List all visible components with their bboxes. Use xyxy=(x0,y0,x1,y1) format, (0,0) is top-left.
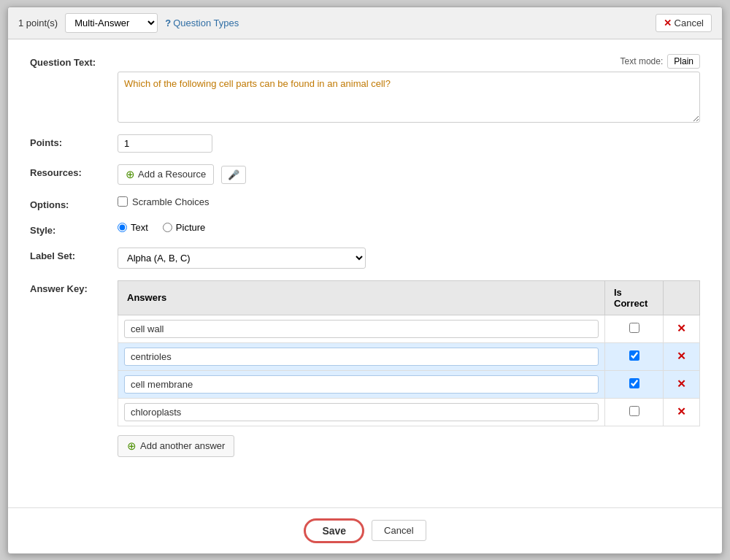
is-correct-cell-2 xyxy=(605,370,664,398)
style-content: Text Picture xyxy=(118,222,700,233)
options-label: Options: xyxy=(30,196,118,210)
col-delete xyxy=(664,280,700,315)
header-cancel-button[interactable]: ✕ Cancel xyxy=(656,14,712,32)
label-set-content: Alpha (A, B, C) Numeric (1, 2, 3) None xyxy=(118,248,700,269)
dialog-footer: Save Cancel xyxy=(8,507,722,553)
text-mode-button[interactable]: Plain xyxy=(667,54,700,69)
delete-cell-2: ✕ xyxy=(664,370,700,398)
answer-input-cell xyxy=(118,315,605,342)
dialog-header: 1 point(s) Multi-Answer Multiple Choice … xyxy=(8,7,722,39)
add-another-answer-button[interactable]: ⊕ Add another answer xyxy=(118,435,234,457)
table-row: ✕ xyxy=(118,398,700,426)
resources-row: Resources: ⊕ Add a Resource 🎤 xyxy=(30,164,700,185)
help-icon: ? xyxy=(165,18,171,28)
delete-cell-3: ✕ xyxy=(664,398,700,426)
question-text-content: Text mode: Plain Which of the following … xyxy=(118,54,700,123)
answer-input-cell xyxy=(118,370,605,398)
points-row: Points: xyxy=(30,134,700,153)
add-answer-plus-icon: ⊕ xyxy=(127,440,137,453)
answer-key-label: Answer Key: xyxy=(30,280,118,294)
dialog-body: Question Text: Text mode: Plain Which of… xyxy=(8,39,722,507)
mic-button[interactable]: 🎤 xyxy=(221,166,246,184)
style-picture-radio[interactable] xyxy=(163,223,172,232)
label-set-label: Label Set: xyxy=(30,248,118,261)
style-options: Text Picture xyxy=(118,222,700,233)
question-text-row: Question Text: Text mode: Plain Which of… xyxy=(30,54,700,123)
answer-input-1[interactable] xyxy=(124,348,599,366)
text-mode-header: Text mode: Plain xyxy=(118,54,700,69)
points-label: 1 point(s) xyxy=(18,18,58,28)
scramble-choices-checkbox[interactable] xyxy=(118,196,128,207)
col-answers: Answers xyxy=(118,280,605,315)
options-row: Options: Scramble Choices xyxy=(30,196,700,210)
footer-cancel-button[interactable]: Cancel xyxy=(372,520,426,541)
scramble-choices-label[interactable]: Scramble Choices xyxy=(118,196,700,207)
points-label-field: Points: xyxy=(30,134,118,148)
answer-table: Answers Is Correct ✕✕✕✕ xyxy=(118,280,700,426)
delete-answer-button-1[interactable]: ✕ xyxy=(672,348,691,364)
style-text-radio[interactable] xyxy=(118,223,127,232)
question-type-select[interactable]: Multi-Answer Multiple Choice True/False … xyxy=(65,13,158,33)
col-is-correct: Is Correct xyxy=(605,280,664,315)
text-mode-label: Text mode: xyxy=(620,56,664,66)
answer-input-cell xyxy=(118,342,605,370)
is-correct-cell-3 xyxy=(605,398,664,426)
is-correct-checkbox-1[interactable] xyxy=(629,350,639,361)
delete-cell-1: ✕ xyxy=(664,342,700,370)
points-input[interactable] xyxy=(118,134,212,153)
is-correct-checkbox-3[interactable] xyxy=(629,406,639,416)
plus-icon: ⊕ xyxy=(126,168,135,181)
table-row: ✕ xyxy=(118,342,700,370)
dialog-container: 1 point(s) Multi-Answer Multiple Choice … xyxy=(7,7,723,554)
points-content xyxy=(118,134,700,153)
delete-answer-button-3[interactable]: ✕ xyxy=(672,404,691,420)
answer-input-cell xyxy=(118,398,605,426)
is-correct-cell-0 xyxy=(605,315,664,342)
answer-key-row: Answer Key: Answers Is Correct ✕✕✕✕ xyxy=(30,280,700,457)
label-set-select[interactable]: Alpha (A, B, C) Numeric (1, 2, 3) None xyxy=(118,248,366,269)
style-text-label[interactable]: Text xyxy=(118,222,148,233)
resources-label: Resources: xyxy=(30,164,118,178)
cancel-x-icon: ✕ xyxy=(664,18,672,28)
is-correct-cell-1 xyxy=(605,342,664,370)
is-correct-checkbox-2[interactable] xyxy=(629,378,639,388)
delete-cell-0: ✕ xyxy=(664,315,700,342)
question-text-label: Question Text: xyxy=(30,54,118,68)
save-button[interactable]: Save xyxy=(304,518,364,543)
style-row: Style: Text Picture xyxy=(30,222,700,236)
delete-answer-button-0[interactable]: ✕ xyxy=(672,321,691,337)
delete-answer-button-2[interactable]: ✕ xyxy=(672,376,691,392)
question-types-link[interactable]: ? Question Types xyxy=(165,18,239,28)
is-correct-checkbox-0[interactable] xyxy=(629,323,639,333)
table-row: ✕ xyxy=(118,370,700,398)
add-resource-button[interactable]: ⊕ Add a Resource xyxy=(118,164,214,185)
table-row: ✕ xyxy=(118,315,700,342)
style-label: Style: xyxy=(30,222,118,236)
options-content: Scramble Choices xyxy=(118,196,700,207)
answer-input-3[interactable] xyxy=(124,403,599,421)
resources-content: ⊕ Add a Resource 🎤 xyxy=(118,164,700,185)
style-picture-label[interactable]: Picture xyxy=(163,222,205,233)
label-set-row: Label Set: Alpha (A, B, C) Numeric (1, 2… xyxy=(30,248,700,269)
mic-icon: 🎤 xyxy=(228,169,239,180)
question-textarea[interactable]: Which of the following cell parts can be… xyxy=(118,72,700,123)
answer-input-2[interactable] xyxy=(124,375,599,394)
header-left: 1 point(s) Multi-Answer Multiple Choice … xyxy=(18,13,239,33)
answer-input-0[interactable] xyxy=(124,320,599,338)
answer-key-content: Answers Is Correct ✕✕✕✕ ⊕ Add another an… xyxy=(118,280,700,457)
